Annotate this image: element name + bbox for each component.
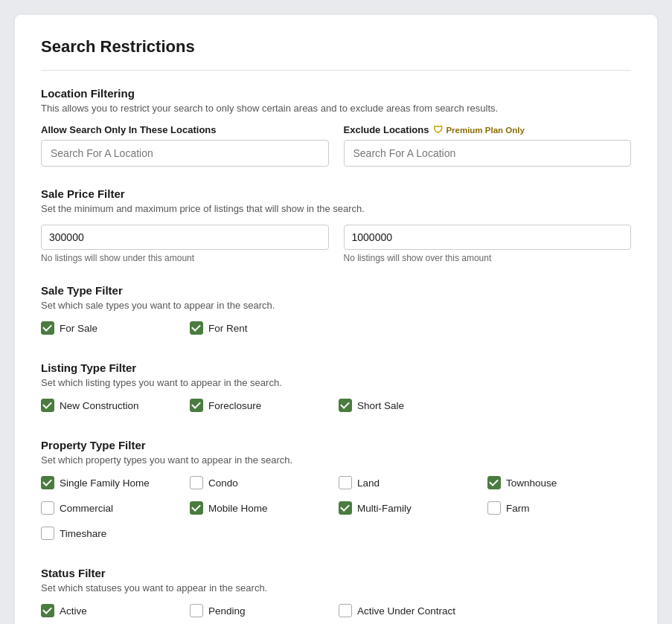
commercial-label[interactable]: Commercial — [60, 503, 113, 514]
farm-label[interactable]: Farm — [506, 503, 530, 514]
sale-price-desc: Set the minimum and maximum price of lis… — [41, 203, 631, 214]
new-construction-label[interactable]: New Construction — [60, 400, 139, 411]
max-price-hint: No listings will show over this amount — [344, 253, 632, 263]
max-price-col: No listings will show over this amount — [344, 225, 632, 263]
for-rent-checkbox[interactable] — [190, 321, 203, 335]
foreclosure-checkbox[interactable] — [190, 399, 203, 412]
divider — [41, 70, 631, 71]
active-under-contract-label[interactable]: Active Under Contract — [357, 605, 455, 617]
prop-commercial: Commercial — [41, 501, 190, 515]
status-filter-desc: Set which statuses you want to appear in… — [41, 582, 631, 594]
townhouse-checkbox[interactable] — [487, 476, 501, 489]
listing-new-construction: New Construction — [41, 399, 190, 412]
property-col-1: Single Family Home Commercial Timeshare — [41, 476, 190, 546]
prop-townhouse: Townhouse — [487, 476, 636, 489]
prop-single-family: Single Family Home — [41, 476, 190, 489]
price-row: No listings will show under this amount … — [41, 225, 631, 263]
prop-timeshare: Timeshare — [41, 527, 190, 540]
prop-farm: Farm — [487, 501, 636, 515]
property-col-4: Townhouse Farm — [487, 476, 636, 546]
allow-location-input[interactable] — [41, 140, 329, 167]
listing-type-desc: Set which listing types you want to appe… — [41, 377, 631, 388]
pending-label[interactable]: Pending — [208, 605, 246, 617]
min-price-input[interactable] — [41, 225, 329, 250]
mobile-home-checkbox[interactable] — [190, 501, 203, 515]
property-col-2: Condo Mobile Home — [190, 476, 339, 546]
foreclosure-label[interactable]: Foreclosure — [208, 400, 261, 411]
land-label[interactable]: Land — [357, 477, 380, 489]
short-sale-checkbox[interactable] — [339, 399, 352, 412]
location-section: Location Filtering This allows you to re… — [41, 87, 631, 167]
status-filter-title: Status Filter — [41, 567, 631, 579]
timeshare-label[interactable]: Timeshare — [60, 528, 106, 539]
listing-type-section: Listing Type Filter Set which listing ty… — [41, 361, 631, 418]
for-sale-checkbox[interactable] — [41, 321, 54, 335]
prop-mobile-home: Mobile Home — [190, 501, 339, 515]
sale-price-title: Sale Price Filter — [41, 187, 631, 200]
new-construction-checkbox[interactable] — [41, 399, 54, 412]
exclude-location-col: Exclude Locations 🛡 Premium Plan Only — [344, 124, 632, 167]
single-family-checkbox[interactable] — [41, 476, 54, 489]
active-checkbox[interactable] — [41, 604, 54, 617]
allow-location-col: Allow Search Only In These Locations — [41, 124, 329, 167]
location-section-desc: This allows you to restrict your search … — [41, 103, 631, 114]
exclude-location-input[interactable] — [344, 140, 632, 167]
sale-type-desc: Set which sale types you want to appear … — [41, 300, 631, 311]
sale-type-title: Sale Type Filter — [41, 284, 631, 297]
min-price-hint: No listings will show under this amount — [41, 253, 329, 263]
property-type-grid: Single Family Home Commercial Timeshare … — [41, 476, 631, 546]
allow-location-label: Allow Search Only In These Locations — [41, 124, 329, 135]
sale-type-for-rent: For Rent — [190, 321, 339, 335]
condo-checkbox[interactable] — [190, 476, 203, 489]
location-section-title: Location Filtering — [41, 87, 631, 100]
sale-type-for-sale: For Sale — [41, 321, 190, 335]
max-price-input[interactable] — [344, 225, 632, 250]
active-under-contract-checkbox[interactable] — [339, 604, 352, 617]
sale-type-section: Sale Type Filter Set which sale types yo… — [41, 284, 631, 341]
location-row: Allow Search Only In These Locations Exc… — [41, 124, 631, 167]
sale-price-section: Sale Price Filter Set the minimum and ma… — [41, 187, 631, 263]
land-checkbox[interactable] — [339, 476, 352, 489]
status-active: Active — [41, 604, 190, 617]
exclude-location-label: Exclude Locations 🛡 Premium Plan Only — [344, 124, 632, 135]
for-sale-label[interactable]: For Sale — [60, 323, 97, 334]
townhouse-label[interactable]: Townhouse — [506, 477, 557, 489]
status-active-under-contract: Active Under Contract — [339, 604, 517, 617]
single-family-label[interactable]: Single Family Home — [60, 477, 150, 489]
status-filter-section: Status Filter Set which statuses you wan… — [41, 567, 631, 624]
property-type-section: Property Type Filter Set which property … — [41, 439, 631, 546]
listing-type-title: Listing Type Filter — [41, 361, 631, 374]
pending-checkbox[interactable] — [190, 604, 203, 617]
commercial-checkbox[interactable] — [41, 501, 54, 515]
page-title: Search Restrictions — [41, 37, 631, 57]
listing-short-sale: Short Sale — [339, 399, 487, 412]
mobile-home-label[interactable]: Mobile Home — [208, 503, 268, 514]
condo-label[interactable]: Condo — [208, 477, 238, 489]
multi-family-label[interactable]: Multi-Family — [357, 503, 412, 514]
search-restrictions-card: Search Restrictions Location Filtering T… — [15, 15, 657, 624]
prop-condo: Condo — [190, 476, 339, 489]
status-filter-options: Active Pending Active Under Contract Com… — [41, 604, 631, 624]
multi-family-checkbox[interactable] — [339, 501, 352, 515]
sale-type-options: For Sale For Rent — [41, 321, 631, 341]
listing-type-options: New Construction Foreclosure Short Sale — [41, 399, 631, 418]
active-label[interactable]: Active — [60, 605, 87, 617]
status-pending: Pending — [190, 604, 339, 617]
property-col-3: Land Multi-Family — [339, 476, 487, 546]
prop-multi-family: Multi-Family — [339, 501, 487, 515]
min-price-col: No listings will show under this amount — [41, 225, 329, 263]
for-rent-label[interactable]: For Rent — [208, 323, 248, 334]
shield-icon: 🛡 — [433, 124, 443, 135]
premium-badge: 🛡 Premium Plan Only — [433, 124, 524, 135]
prop-land: Land — [339, 476, 487, 489]
property-type-desc: Set which property types you want to app… — [41, 454, 631, 466]
timeshare-checkbox[interactable] — [41, 527, 54, 540]
short-sale-label[interactable]: Short Sale — [357, 400, 404, 411]
listing-foreclosure: Foreclosure — [190, 399, 339, 412]
property-type-title: Property Type Filter — [41, 439, 631, 451]
farm-checkbox[interactable] — [487, 501, 501, 515]
